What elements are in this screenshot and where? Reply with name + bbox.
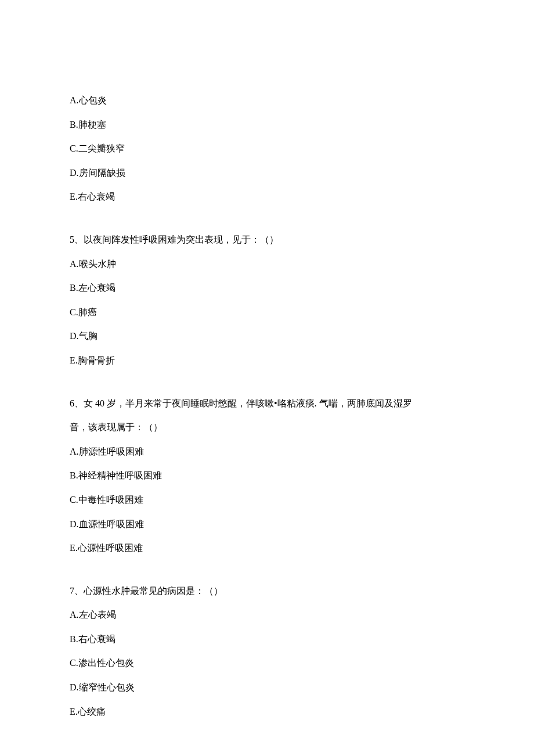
question-7: 7、心源性水肿最常见的病因是：（） A.左心表竭 B.右心衰竭 C.渗出性心包炎… — [70, 584, 464, 719]
option-d: D.缩窄性心包炎 — [70, 680, 464, 695]
option-a: A.喉头水肿 — [70, 257, 464, 272]
question-text-line2: 音，该表现属于：（） — [70, 420, 464, 435]
question-text: 5、以夜间阵发性呼吸困难为突出表现，见于：（） — [70, 232, 464, 247]
option-a: A.肺源性呼吸困难 — [70, 444, 464, 459]
option-b: B.右心衰竭 — [70, 632, 464, 647]
question-text-line1: 6、女 40 岁，半月来常于夜间睡眠时憋醒，伴咳嗽•咯粘液痰. 气喘，两肺底闻及… — [70, 396, 464, 411]
option-d: D.房间隔缺损 — [70, 165, 464, 181]
option-c: C.渗出性心包炎 — [70, 656, 464, 671]
option-b: B.左心衰竭 — [70, 280, 464, 296]
question-text: 7、心源性水肿最常见的病因是：（） — [70, 584, 464, 599]
option-b: B.肺梗塞 — [70, 117, 464, 132]
option-a: A.左心表竭 — [70, 607, 464, 622]
option-b: B.神经精神性呼吸困难 — [70, 468, 464, 483]
option-c: C.肺癌 — [70, 305, 464, 320]
question-5: 5、以夜间阵发性呼吸困难为突出表现，见于：（） A.喉头水肿 B.左心衰竭 C.… — [70, 232, 464, 368]
option-a: A.心包炎 — [70, 93, 464, 108]
option-d: D.血源性呼吸困难 — [70, 517, 464, 532]
option-e: E.胸骨骨折 — [70, 353, 464, 368]
option-e: E.心绞痛 — [70, 704, 464, 719]
option-e: E.心源性呼吸困难 — [70, 541, 464, 556]
option-c: C.二尖瓣狭窄 — [70, 141, 464, 156]
question-6: 6、女 40 岁，半月来常于夜间睡眠时憋醒，伴咳嗽•咯粘液痰. 气喘，两肺底闻及… — [70, 396, 464, 556]
option-c: C.中毒性呼吸困难 — [70, 492, 464, 507]
option-d: D.气胸 — [70, 329, 464, 344]
question-4-options-partial: A.心包炎 B.肺梗塞 C.二尖瓣狭窄 D.房间隔缺损 E.右心衰竭 — [70, 93, 464, 204]
option-e: E.右心衰竭 — [70, 189, 464, 204]
